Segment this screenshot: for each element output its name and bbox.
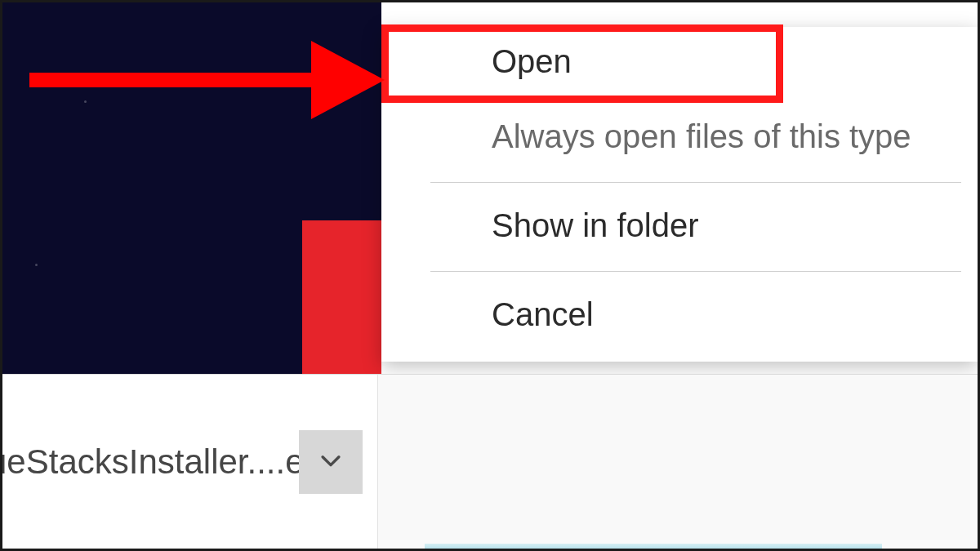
menu-item-show-in-folder[interactable]: Show in folder bbox=[381, 183, 978, 271]
menu-item-label: Always open files of this type bbox=[492, 118, 911, 154]
page-background-red-block bbox=[302, 220, 381, 374]
chevron-down-icon bbox=[317, 447, 345, 478]
menu-item-label: Show in folder bbox=[492, 207, 698, 243]
download-context-menu: Open Always open files of this type Show… bbox=[381, 27, 978, 362]
menu-item-label: Open bbox=[492, 43, 572, 79]
download-filename: ueStacksInstaller....exe bbox=[0, 442, 299, 482]
menu-item-cancel[interactable]: Cancel bbox=[381, 272, 978, 353]
menu-item-open[interactable]: Open bbox=[381, 27, 978, 96]
bottom-accent-bar bbox=[425, 544, 882, 549]
menu-item-label: Cancel bbox=[492, 296, 594, 332]
page-background-strip bbox=[381, 2, 978, 27]
download-options-button[interactable] bbox=[299, 430, 363, 494]
download-item[interactable]: ueStacksInstaller....exe bbox=[2, 375, 378, 549]
downloads-bar: ueStacksInstaller....exe bbox=[2, 374, 978, 549]
menu-item-always-open-type[interactable]: Always open files of this type bbox=[381, 96, 978, 182]
